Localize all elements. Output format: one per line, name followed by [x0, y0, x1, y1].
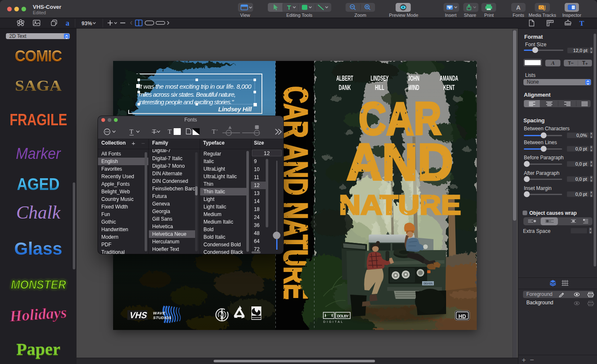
svg-text:Lindsey Hill: Lindsey Hill: [218, 106, 252, 113]
svg-text:T: T: [579, 19, 584, 27]
svg-text:090-HVN: 090-HVN: [423, 282, 433, 285]
svg-text:WIND: WIND: [408, 84, 420, 92]
svg-text:a: a: [66, 19, 69, 27]
svg-text:T: T: [129, 128, 133, 135]
svg-text:WAVE: WAVE: [153, 311, 165, 315]
svg-text:JOHN: JOHN: [408, 75, 420, 82]
svg-text:KENT: KENT: [444, 84, 455, 92]
svg-text:DIGITAL: DIGITAL: [323, 320, 344, 323]
svg-text:miles across six states. Beaut: miles across six states. Beautiful natur…: [139, 91, 236, 98]
svg-text:HILL: HILL: [375, 84, 384, 92]
svg-text:HD: HD: [458, 314, 466, 319]
svg-text:It was the most exciting trip: It was the most exciting trip in our lif…: [139, 83, 252, 90]
svg-text:T: T: [287, 4, 291, 11]
svg-text:DANK: DANK: [339, 84, 351, 92]
svg-text:VHS: VHS: [129, 310, 148, 320]
svg-text:AMANDA: AMANDA: [440, 75, 458, 82]
svg-text:T: T: [152, 128, 156, 135]
svg-text:T: T: [168, 128, 172, 135]
svg-text:T: T: [212, 128, 216, 135]
svg-text:LINDSEY: LINDSEY: [371, 75, 389, 82]
svg-text:ALBERT: ALBERT: [336, 75, 353, 82]
svg-text:NATURE: NATURE: [339, 190, 461, 220]
svg-text:DOLBY: DOLBY: [337, 314, 349, 318]
svg-text:AND: AND: [346, 134, 453, 191]
svg-text:93%: 93%: [82, 21, 92, 26]
svg-text:STUDIOS: STUDIOS: [153, 315, 172, 320]
